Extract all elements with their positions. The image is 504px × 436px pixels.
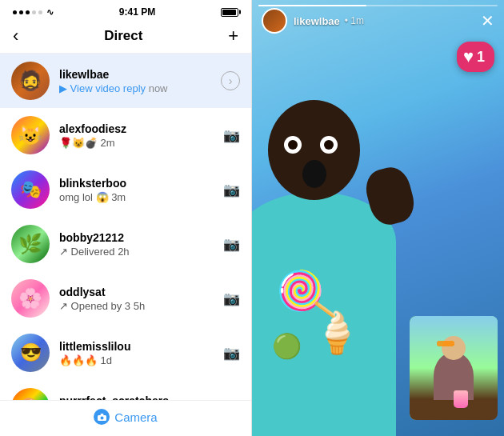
camera-icon[interactable]: 📷 bbox=[223, 182, 240, 198]
camera-circle-icon bbox=[94, 409, 110, 425]
message-preview: ↗ Opened by 3 5h bbox=[59, 300, 217, 312]
message-content: blinksterboo omg lol 😱 3m bbox=[59, 177, 217, 203]
direct-messages-panel: ∿ 9:41 PM ‹ Direct + 🧔 likewlbae ▶ View … bbox=[0, 0, 252, 436]
message-content: littlemisslilou 🔥🔥🔥 1d bbox=[59, 340, 217, 366]
message-content: oddlysat ↗ Opened by 3 5h bbox=[59, 286, 217, 312]
avatar: 🌸 bbox=[11, 279, 50, 318]
signal-dot-3 bbox=[26, 10, 30, 14]
story-panel: 🍭 🍦 🟢 likewlbae • 1m ✕ ♥ 1 bbox=[252, 0, 504, 436]
battery-icon bbox=[221, 8, 238, 17]
wifi-icon: ∿ bbox=[46, 7, 54, 18]
message-content: likewlbae ▶ View video reply now bbox=[59, 68, 214, 94]
message-preview: ▶ View video reply now bbox=[59, 82, 214, 94]
camera-icon[interactable]: 📷 bbox=[223, 290, 240, 307]
status-bar: ∿ 9:41 PM bbox=[0, 0, 251, 21]
svg-rect-2 bbox=[100, 414, 103, 415]
username-label: bobby21212 bbox=[59, 231, 217, 244]
icecream-sticker: 🍦 bbox=[312, 310, 362, 356]
username-label: oddlysat bbox=[59, 286, 217, 298]
back-button[interactable]: ‹ bbox=[13, 27, 18, 45]
camera-icon[interactable]: 📷 bbox=[223, 127, 240, 144]
message-list: 🧔 likewlbae ▶ View video reply now › 😺 a… bbox=[0, 54, 251, 400]
battery-area bbox=[221, 8, 238, 17]
username-label: purrrfect_scratchers bbox=[59, 394, 217, 401]
list-item[interactable]: 🌸 oddlysat ↗ Opened by 3 5h 📷 bbox=[0, 271, 251, 326]
story-progress-bar bbox=[258, 5, 498, 6]
camera-button[interactable]: Camera bbox=[94, 409, 157, 425]
person-figure bbox=[252, 92, 420, 436]
camera-icon[interactable]: 📷 bbox=[223, 345, 240, 362]
overlay-image bbox=[410, 316, 498, 420]
message-content: alexfoodiesz 🌹😺💣 2m bbox=[59, 122, 217, 149]
story-avatar bbox=[262, 8, 287, 34]
signal-dot-2 bbox=[19, 10, 23, 14]
status-time: 9:41 PM bbox=[119, 6, 155, 18]
username-label: littlemisslilou bbox=[59, 340, 217, 353]
story-time: • 1m bbox=[345, 15, 364, 26]
bottom-bar: Camera bbox=[0, 400, 251, 436]
page-title: Direct bbox=[104, 28, 142, 44]
username-label: blinksterboo bbox=[59, 177, 217, 190]
list-item[interactable]: 😺 alexfoodiesz 🌹😺💣 2m 📷 bbox=[0, 108, 251, 162]
list-item[interactable]: 🎨 purrrfect_scratchers ❤️❤️⚫ 1d 📷 bbox=[0, 380, 251, 400]
list-item[interactable]: 🌿 bobby21212 ↗ Delivered 2h 📷 bbox=[0, 217, 251, 271]
message-content: bobby21212 ↗ Delivered 2h bbox=[59, 231, 217, 258]
heart-icon: ♥ bbox=[463, 46, 474, 67]
story-progress-fill bbox=[258, 5, 366, 6]
avatar: 🌿 bbox=[11, 225, 50, 263]
signal-dot-5 bbox=[38, 10, 42, 14]
message-preview: 🔥🔥🔥 1d bbox=[59, 354, 217, 366]
message-preview: ↗ Delivered 2h bbox=[59, 246, 217, 258]
right-eye bbox=[320, 136, 338, 154]
like-count: 1 bbox=[477, 49, 485, 66]
message-content: purrrfect_scratchers ❤️❤️⚫ 1d bbox=[59, 394, 217, 401]
signal-dot-1 bbox=[13, 10, 17, 14]
list-item[interactable]: 🎭 blinksterboo omg lol 😱 3m 📷 bbox=[0, 162, 251, 217]
story-username: likewlbae bbox=[294, 15, 340, 27]
signal-dot-4 bbox=[32, 10, 36, 14]
like-badge[interactable]: ♥ 1 bbox=[457, 42, 494, 72]
avatar: 😎 bbox=[11, 334, 50, 372]
story-close-button[interactable]: ✕ bbox=[481, 11, 494, 30]
chevron-right-icon[interactable]: › bbox=[221, 71, 240, 90]
camera-icon[interactable]: 📷 bbox=[223, 236, 240, 253]
new-message-button[interactable]: + bbox=[228, 27, 238, 45]
camera-icon[interactable]: 📷 bbox=[223, 399, 240, 401]
avatar: 🎭 bbox=[11, 170, 50, 209]
list-item[interactable]: 🧔 likewlbae ▶ View video reply now › bbox=[0, 54, 251, 108]
header: ‹ Direct + bbox=[0, 21, 251, 54]
signal-area: ∿ bbox=[13, 7, 54, 18]
svg-point-1 bbox=[100, 416, 103, 419]
list-item[interactable]: 😎 littlemisslilou 🔥🔥🔥 1d 📷 bbox=[0, 326, 251, 380]
username-label: likewlbae bbox=[59, 68, 214, 81]
message-preview: 🌹😺💣 2m bbox=[59, 137, 217, 149]
username-label: alexfoodiesz bbox=[59, 122, 217, 135]
avatar: 🎨 bbox=[11, 388, 50, 400]
ball-sticker: 🟢 bbox=[272, 332, 302, 360]
avatar: 😺 bbox=[11, 116, 50, 154]
message-preview: omg lol 😱 3m bbox=[59, 191, 217, 203]
avatar: 🧔 bbox=[11, 62, 50, 100]
camera-label: Camera bbox=[114, 410, 157, 424]
mouth bbox=[302, 160, 326, 188]
left-eye bbox=[284, 136, 302, 154]
